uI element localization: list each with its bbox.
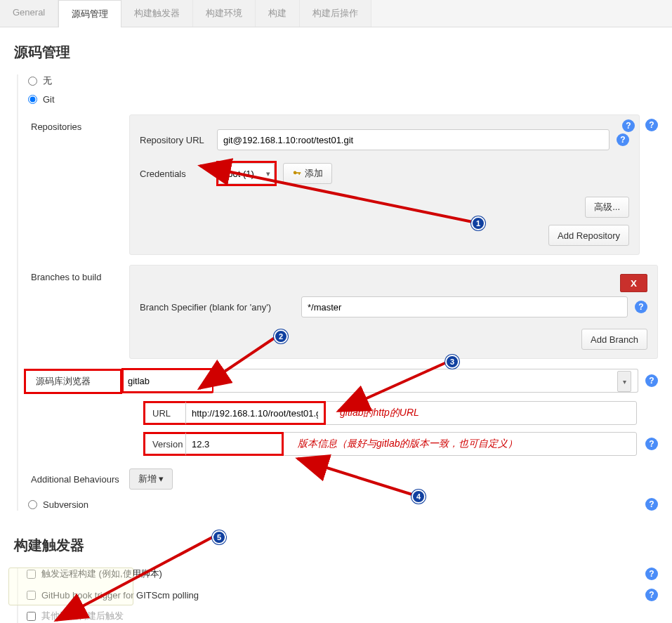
repo-browser-select[interactable] [122, 369, 213, 393]
annotation-badge-5: 5 [212, 530, 226, 544]
additional-behaviours-label: Additional Behaviours [31, 474, 119, 485]
scm-svn-label: Subversion [43, 499, 88, 510]
tab-env[interactable]: 构建环境 [193, 0, 256, 27]
annotation-badge-4: 4 [411, 490, 426, 504]
help-icon[interactable]: ? [645, 374, 658, 387]
branches-label: Branches to build [24, 265, 129, 282]
browser-version-input[interactable] [185, 432, 284, 456]
delete-branch-button[interactable]: X [620, 274, 647, 292]
advanced-button[interactable]: 高级... [585, 197, 629, 218]
help-icon[interactable]: ? [617, 133, 629, 146]
trigger-github-checkbox[interactable] [27, 591, 36, 600]
scm-svn-radio[interactable] [28, 500, 37, 509]
scm-section: 源码管理 无 Git Repositories ? Repository URL… [0, 27, 672, 526]
trigger-other-label: 其他工程构建后触发 [41, 610, 124, 622]
help-icon[interactable]: ? [645, 438, 658, 450]
add-credentials-button[interactable]: 添加 [283, 163, 332, 184]
tab-triggers[interactable]: 构建触发器 [121, 0, 193, 27]
branch-specifier-label: Branch Specifier (blank for 'any') [140, 302, 294, 313]
help-icon[interactable]: ? [645, 589, 658, 601]
scm-none-label: 无 [43, 74, 52, 87]
scm-heading: 源码管理 [14, 43, 658, 62]
trigger-other-checkbox[interactable] [27, 612, 36, 621]
version-annotation: 版本信息（最好与gitlab的版本一致，也可自定义） [298, 432, 518, 456]
annotation-badge-3: 3 [445, 355, 459, 369]
url-annotation: gitlab的http的URL [340, 401, 419, 425]
trigger-remote-checkbox[interactable] [27, 570, 36, 579]
repositories-panel: ? Repository URL ? Credentials root (1) [129, 114, 640, 255]
branches-panel: X Branch Specifier (blank for 'any') ? A… [129, 265, 658, 359]
scm-git-label: Git [43, 94, 55, 105]
scm-none-radio[interactable] [28, 77, 37, 86]
repo-browser-label: 源码库浏览器 [24, 369, 122, 394]
help-icon[interactable]: ? [645, 498, 658, 511]
repo-url-label: Repository URL [140, 135, 210, 145]
annotation-badge-1: 1 [471, 216, 485, 230]
tab-post[interactable]: 构建后操作 [300, 0, 371, 27]
tab-scm[interactable]: 源码管理 [58, 0, 121, 27]
browser-url-input[interactable] [185, 401, 326, 425]
scm-git-radio[interactable] [28, 95, 37, 104]
triggers-heading: 构建触发器 [14, 536, 658, 555]
add-behaviour-button[interactable]: 新增 ▾ [129, 468, 173, 490]
credentials-select[interactable]: root (1) [218, 163, 275, 184]
add-branch-button[interactable]: Add Branch [581, 329, 647, 350]
repo-url-input[interactable] [217, 129, 610, 150]
help-icon[interactable]: ? [635, 301, 647, 313]
annotation-badge-2: 2 [274, 329, 288, 343]
browser-version-label: Version [143, 432, 185, 456]
tab-general[interactable]: General [0, 0, 58, 27]
credentials-label: Credentials [140, 169, 210, 179]
browser-url-label: URL [143, 401, 185, 425]
trigger-github-label: GitHub hook trigger for GITScm polling [41, 590, 199, 601]
repositories-label: Repositories [24, 114, 129, 132]
tab-build[interactable]: 构建 [256, 0, 300, 27]
key-icon [292, 169, 302, 178]
repo-browser-select-ext[interactable] [213, 369, 638, 393]
help-icon[interactable]: ? [645, 119, 658, 131]
add-repository-button[interactable]: Add Repository [548, 225, 629, 246]
help-icon[interactable]: ? [645, 568, 658, 580]
trigger-remote-label: 触发远程构建 (例如,使用脚本) [41, 568, 162, 580]
config-tabs: General 源码管理 构建触发器 构建环境 构建 构建后操作 [0, 0, 672, 27]
triggers-section: 构建触发器 5 触发远程构建 (例如,使用脚本) ? GitHub hook t… [0, 526, 672, 623]
branch-specifier-input[interactable] [301, 296, 628, 317]
